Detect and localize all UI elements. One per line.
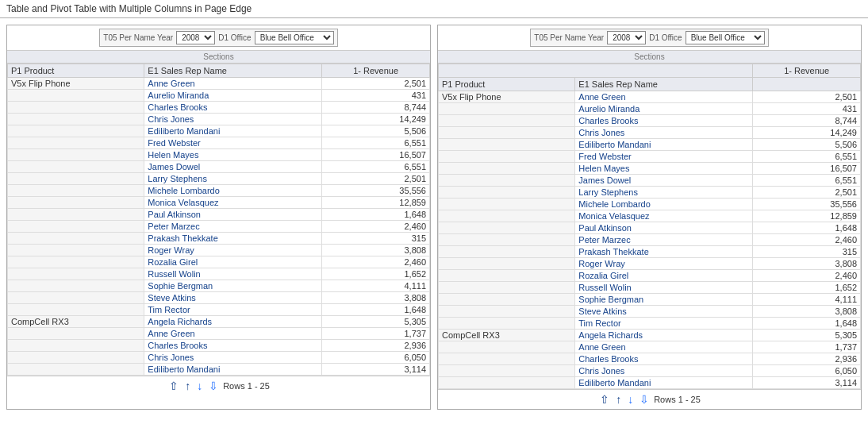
first-page-btn[interactable]: ⇧	[167, 380, 180, 392]
product-cell: CompCell RX3	[8, 316, 144, 328]
revenue-cell: 1,737	[322, 328, 430, 340]
product-cell	[8, 197, 144, 209]
rep-cell[interactable]: Helen Mayes	[144, 149, 322, 161]
last-page-btn[interactable]: ⇩	[207, 380, 220, 392]
right-prev-page-btn[interactable]: ↑	[614, 393, 623, 406]
rep-cell[interactable]: Prakash Thekkate	[144, 233, 322, 245]
pivot-rep-cell[interactable]: Michele Lombardo	[575, 199, 753, 210]
table-row: Larry Stephens2,501	[8, 173, 430, 185]
rep-cell[interactable]: Michele Lombardo	[144, 185, 322, 197]
pivot-rep-cell[interactable]: Ediliberto Mandani	[575, 377, 753, 389]
rep-cell[interactable]: Charles Brooks	[144, 102, 322, 114]
pivot-revenue-cell: 16,507	[753, 163, 861, 175]
pivot-rep-cell[interactable]: Prakash Thekkate	[575, 246, 753, 258]
rep-cell[interactable]: Chris Jones	[144, 352, 322, 364]
right-office-select[interactable]: Blue Bell Office	[686, 31, 765, 44]
product-cell	[8, 149, 144, 161]
prev-page-btn[interactable]: ↑	[183, 380, 192, 392]
pivot-rep-cell[interactable]: Monica Velasquez	[575, 210, 753, 222]
pivot-rep-cell[interactable]: Tim Rector	[575, 318, 753, 330]
pivot-rep-cell[interactable]: Sophie Bergman	[575, 294, 753, 306]
rep-cell[interactable]: Sophie Bergman	[144, 280, 322, 292]
rep-cell[interactable]: Peter Marzec	[144, 221, 322, 233]
next-page-btn[interactable]: ↓	[195, 380, 204, 392]
pivot-rep-cell[interactable]: Fred Webster	[575, 151, 753, 163]
rep-cell[interactable]: Anne Green	[144, 78, 322, 90]
pivot-rep-cell[interactable]: James Dowel	[575, 175, 753, 187]
pivot-rep-cell[interactable]: Helen Mayes	[575, 163, 753, 175]
pivot-rep-cell[interactable]: Chris Jones	[575, 365, 753, 377]
rep-cell[interactable]: Chris Jones	[144, 114, 322, 125]
rep-cell[interactable]: Rozalia Girel	[144, 256, 322, 268]
table-row: Roger Wray3,808	[439, 258, 861, 270]
pivot-revenue-cell: 2,460	[753, 270, 861, 282]
table-row: Chris Jones14,249	[439, 127, 861, 139]
rep-cell[interactable]: Ediliberto Mandani	[144, 125, 322, 137]
pivot-rep-cell[interactable]: Charles Brooks	[575, 353, 753, 365]
rep-cell[interactable]: Tim Rector	[144, 304, 322, 316]
product-cell	[8, 90, 144, 102]
left-panel: T05 Per Name Year 2008 D1 Office Blue Be…	[6, 25, 431, 410]
pivot-product-cell	[439, 294, 575, 306]
table-row: Rozalia Girel2,460	[8, 256, 430, 268]
pivot-revenue-header: 1- Revenue	[753, 64, 861, 78]
product-cell	[8, 256, 144, 268]
pivot-revenue-cell: 431	[753, 103, 861, 115]
pivot-rep-cell[interactable]: Aurelio Miranda	[575, 103, 753, 115]
rep-cell[interactable]: Roger Wray	[144, 245, 322, 256]
table-row: V5x Flip PhoneAnne Green2,501	[8, 78, 430, 90]
rep-cell[interactable]: Angela Richards	[144, 316, 322, 328]
right-last-page-btn[interactable]: ⇩	[638, 393, 651, 406]
office-select[interactable]: Blue Bell Office	[255, 31, 334, 44]
pivot-rep-cell[interactable]: Rozalia Girel	[575, 270, 753, 282]
left-filter-group: T05 Per Name Year 2008 D1 Office Blue Be…	[99, 29, 337, 47]
right-table: 1- Revenue P1 Product E1 Sales Rep Name …	[438, 64, 861, 389]
pivot-product-cell	[439, 199, 575, 210]
rep-cell[interactable]: Russell Wolin	[144, 268, 322, 280]
pivot-rep-cell[interactable]: Charles Brooks	[575, 115, 753, 127]
table-row: Steve Atkins3,808	[439, 306, 861, 318]
pivot-rep-cell[interactable]: Chris Jones	[575, 127, 753, 139]
pivot-revenue-cell: 6,050	[753, 365, 861, 377]
pivot-rep-cell[interactable]: Paul Atkinson	[575, 222, 753, 234]
pivot-rep-cell[interactable]: Angela Richards	[575, 330, 753, 341]
pivot-revenue-cell: 315	[753, 246, 861, 258]
pivot-rep-cell[interactable]: Anne Green	[575, 341, 753, 353]
rep-cell[interactable]: Aurelio Miranda	[144, 90, 322, 102]
table-row: Michele Lombardo35,556	[439, 199, 861, 210]
table-row: Monica Velasquez12,859	[439, 210, 861, 222]
rep-cell[interactable]: Paul Atkinson	[144, 209, 322, 221]
pivot-product-cell	[439, 270, 575, 282]
pivot-revenue-cell: 6,551	[753, 175, 861, 187]
pivot-col-revenue	[753, 78, 861, 91]
rep-cell[interactable]: Steve Atkins	[144, 292, 322, 304]
table-row: Russell Wolin1,652	[439, 282, 861, 294]
pivot-revenue-cell: 4,111	[753, 294, 861, 306]
rep-cell[interactable]: James Dowel	[144, 161, 322, 173]
pivot-rep-cell[interactable]: Ediliberto Mandani	[575, 139, 753, 151]
revenue-cell: 6,551	[322, 161, 430, 173]
pivot-product-cell	[439, 258, 575, 270]
pivot-rep-cell[interactable]: Larry Stephens	[575, 187, 753, 199]
year-select[interactable]: 2008	[176, 31, 215, 44]
pivot-product-cell	[439, 341, 575, 353]
rep-cell[interactable]: Monica Velasquez	[144, 197, 322, 209]
pivot-product-cell	[439, 353, 575, 365]
pivot-rep-cell[interactable]: Roger Wray	[575, 258, 753, 270]
pivot-rep-cell[interactable]: Russell Wolin	[575, 282, 753, 294]
right-first-page-btn[interactable]: ⇧	[598, 393, 611, 406]
pivot-product-cell	[439, 234, 575, 246]
right-next-page-btn[interactable]: ↓	[626, 393, 635, 406]
revenue-cell: 35,556	[322, 185, 430, 197]
pivot-rep-cell[interactable]: Steve Atkins	[575, 306, 753, 318]
revenue-cell: 1,648	[322, 209, 430, 221]
right-year-select[interactable]: 2008	[607, 31, 646, 44]
pivot-rep-cell[interactable]: Anne Green	[575, 91, 753, 103]
product-cell	[8, 364, 144, 376]
rep-cell[interactable]: Anne Green	[144, 328, 322, 340]
rep-cell[interactable]: Charles Brooks	[144, 340, 322, 352]
pivot-rep-cell[interactable]: Peter Marzec	[575, 234, 753, 246]
rep-cell[interactable]: Larry Stephens	[144, 173, 322, 185]
rep-cell[interactable]: Ediliberto Mandani	[144, 364, 322, 376]
rep-cell[interactable]: Fred Webster	[144, 137, 322, 149]
